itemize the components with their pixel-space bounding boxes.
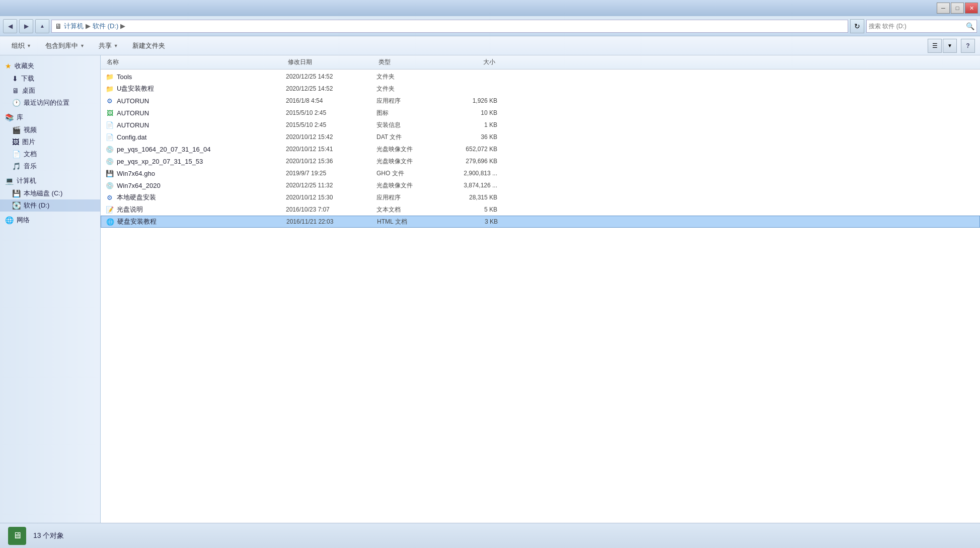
sidebar-item-video[interactable]: 🎬 视频 [0, 124, 100, 136]
organize-label: 组织 [12, 41, 25, 50]
sidebar-item-local-c[interactable]: 💾 本地磁盘 (C:) [0, 187, 100, 199]
sidebar-downloads-label: 下载 [21, 74, 34, 83]
up-button[interactable]: ▲ [35, 19, 49, 33]
sidebar-item-music[interactable]: 🎵 音乐 [0, 160, 100, 172]
maximize-button[interactable]: □ [951, 3, 964, 14]
table-row[interactable]: 📁 Tools 2020/12/25 14:52 文件夹 [101, 71, 980, 83]
table-row[interactable]: ⚙ AUTORUN 2016/1/8 4:54 应用程序 1,926 KB [101, 95, 980, 107]
file-type-2: 应用程序 [376, 97, 437, 105]
file-name-1: U盘安装教程 [117, 84, 286, 93]
table-row[interactable]: 💿 Win7x64_2020 2020/12/25 11:32 光盘映像文件 3… [101, 179, 980, 191]
file-icon-3: 🖼 [105, 108, 115, 117]
file-date-1: 2020/12/25 14:52 [286, 85, 376, 92]
back-button[interactable]: ◀ [3, 19, 17, 33]
organize-button[interactable]: 组织 ▼ [5, 38, 38, 53]
col-header-name[interactable]: 名称 [105, 58, 286, 66]
file-name-0: Tools [117, 73, 286, 81]
table-row[interactable]: 🌐 硬盘安装教程 2016/11/21 22:03 HTML 文档 3 KB [101, 216, 980, 228]
view-button[interactable]: ☰ [928, 39, 942, 53]
table-row[interactable]: 📝 光盘说明 2016/10/23 7:07 文本文档 5 KB [101, 203, 980, 216]
sidebar-item-desktop[interactable]: 🖥 桌面 [0, 85, 100, 97]
toolbar: 组织 ▼ 包含到库中 ▼ 共享 ▼ 新建文件夹 ☰ ▼ ? [0, 36, 980, 55]
sidebar-local-c-label: 本地磁盘 (C:) [24, 189, 62, 198]
table-row[interactable]: 📁 U盘安装教程 2020/12/25 14:52 文件夹 [101, 83, 980, 95]
file-date-0: 2020/12/25 14:52 [286, 73, 376, 80]
search-input[interactable] [869, 23, 966, 30]
forward-button[interactable]: ▶ [19, 19, 33, 33]
file-name-6: pe_yqs_1064_20_07_31_16_04 [117, 146, 286, 153]
breadcrumb-drive[interactable]: 软件 (D:) [93, 22, 118, 31]
file-size-4: 1 KB [437, 121, 497, 128]
table-row[interactable]: 📄 AUTORUN 2015/5/10 2:45 安装信息 1 KB [101, 119, 980, 131]
desktop-icon: 🖥 [12, 87, 19, 95]
file-size-2: 1,926 KB [437, 97, 497, 104]
sidebar-item-recent[interactable]: 🕐 最近访问的位置 [0, 97, 100, 109]
table-row[interactable]: 💾 Win7x64.gho 2019/9/7 19:25 GHO 文件 2,90… [101, 167, 980, 179]
file-icon-4: 📄 [105, 120, 115, 129]
sidebar-picture-label: 图片 [22, 138, 35, 147]
table-row[interactable]: 🖼 AUTORUN 2015/5/10 2:45 图标 10 KB [101, 107, 980, 119]
sidebar-music-label: 音乐 [24, 162, 37, 171]
sidebar-favorites-label: 收藏夹 [15, 61, 34, 71]
sidebar-docs-label: 文档 [24, 150, 37, 159]
include-button[interactable]: 包含到库中 ▼ [39, 38, 91, 53]
file-name-3: AUTORUN [117, 109, 286, 117]
drive-d-icon: 💽 [12, 201, 21, 210]
drive-c-icon: 💾 [12, 189, 21, 197]
col-header-date[interactable]: 修改日期 [286, 58, 376, 66]
share-arrow: ▼ [114, 43, 118, 48]
col-header-type[interactable]: 类型 [376, 58, 437, 66]
file-date-10: 2020/10/12 15:30 [286, 194, 376, 201]
sidebar-item-downloads[interactable]: ⬇ 下载 [0, 73, 100, 85]
close-button[interactable]: ✕ [965, 3, 978, 14]
share-button[interactable]: 共享 ▼ [92, 38, 125, 53]
file-name-9: Win7x64_2020 [117, 182, 286, 189]
share-label: 共享 [99, 41, 112, 50]
file-icon-11: 📝 [105, 205, 115, 214]
file-type-9: 光盘映像文件 [376, 181, 437, 190]
search-icon[interactable]: 🔍 [966, 22, 974, 30]
file-icon-0: 📁 [105, 72, 115, 81]
breadcrumb-computer[interactable]: 计算机 [64, 22, 84, 31]
table-row[interactable]: ⚙ 本地硬盘安装 2020/10/12 15:30 应用程序 28,315 KB [101, 191, 980, 203]
table-row[interactable]: 📄 Config.dat 2020/10/12 15:42 DAT 文件 36 … [101, 131, 980, 143]
file-date-5: 2020/10/12 15:42 [286, 133, 376, 141]
sidebar-computer-header[interactable]: 💻 计算机 [0, 174, 100, 187]
view-toggle-button[interactable]: ▼ [943, 39, 957, 53]
minimize-button[interactable]: ─ [937, 3, 950, 14]
address-bar: ◀ ▶ ▲ 🖥 计算机 ▶ 软件 (D:) ▶ ↻ 🔍 [0, 16, 980, 36]
file-type-3: 图标 [376, 109, 437, 117]
file-list: 📁 Tools 2020/12/25 14:52 文件夹 📁 U盘安装教程 20… [101, 70, 980, 523]
file-size-8: 2,900,813 ... [437, 170, 497, 177]
sidebar: ★ 收藏夹 ⬇ 下载 🖥 桌面 🕐 最近访问的位置 📚 库 � [0, 55, 101, 523]
picture-icon: 🖼 [12, 138, 19, 146]
computer-icon: 💻 [5, 177, 14, 185]
new-folder-button[interactable]: 新建文件夹 [126, 38, 172, 53]
sidebar-item-docs[interactable]: 📄 文档 [0, 148, 100, 160]
table-row[interactable]: 💿 pe_yqs_1064_20_07_31_16_04 2020/10/12 … [101, 143, 980, 155]
sidebar-network-header[interactable]: 🌐 网络 [0, 214, 100, 227]
file-name-10: 本地硬盘安装 [117, 193, 286, 202]
new-folder-label: 新建文件夹 [132, 41, 165, 50]
window-controls: ─ □ ✕ [937, 3, 978, 14]
sidebar-section-network: 🌐 网络 [0, 214, 100, 227]
sidebar-favorites-header[interactable]: ★ 收藏夹 [0, 59, 100, 73]
col-header-size[interactable]: 大小 [437, 58, 497, 66]
help-button[interactable]: ? [961, 39, 975, 53]
star-icon: ★ [5, 62, 12, 70]
include-arrow: ▼ [80, 43, 85, 48]
sidebar-video-label: 视频 [24, 125, 37, 134]
table-row[interactable]: 💿 pe_yqs_xp_20_07_31_15_53 2020/10/12 15… [101, 155, 980, 167]
refresh-button[interactable]: ↻ [850, 19, 864, 33]
sidebar-network-label: 网络 [17, 216, 30, 225]
sidebar-item-soft-d[interactable]: 💽 软件 (D:) [0, 199, 100, 212]
sidebar-library-header[interactable]: 📚 库 [0, 111, 100, 124]
file-size-3: 10 KB [437, 109, 497, 116]
sidebar-item-picture[interactable]: 🖼 图片 [0, 136, 100, 148]
file-type-10: 应用程序 [376, 193, 437, 202]
file-icon-7: 💿 [105, 157, 115, 166]
network-icon: 🌐 [5, 216, 14, 224]
file-date-12: 2016/11/21 22:03 [286, 218, 377, 225]
breadcrumb[interactable]: 🖥 计算机 ▶ 软件 (D:) ▶ [51, 20, 848, 33]
file-icon-8: 💾 [105, 169, 115, 178]
